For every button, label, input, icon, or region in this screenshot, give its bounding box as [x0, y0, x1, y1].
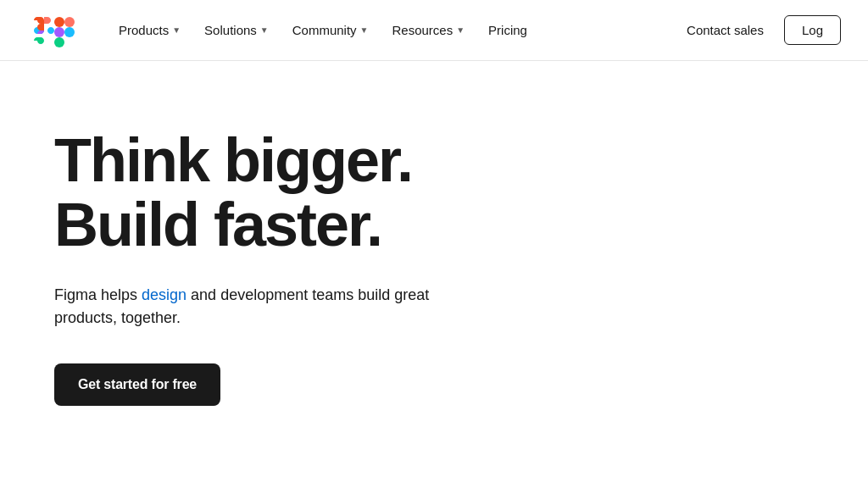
svg-rect-2 — [54, 27, 64, 37]
hero-section: Think bigger. Build faster. Figma helps … — [0, 61, 542, 406]
get-started-button[interactable]: Get started for free — [54, 363, 220, 406]
figma-logo-svg[interactable] — [47, 14, 81, 47]
nav-item-pricing[interactable]: Pricing — [478, 16, 537, 44]
hero-subheadline: Figma helps design and development teams… — [54, 284, 461, 330]
nav-right: Contact sales Log — [673, 15, 841, 45]
nav-item-community[interactable]: Community ▼ — [282, 16, 379, 44]
navbar: Products ▼ Solutions ▼ Community ▼ Resou… — [0, 0, 868, 61]
svg-rect-4 — [54, 37, 64, 47]
svg-rect-0 — [54, 17, 64, 27]
login-button[interactable]: Log — [784, 15, 841, 45]
chevron-down-icon: ▼ — [456, 25, 465, 35]
chevron-down-icon: ▼ — [260, 25, 269, 35]
nav-item-solutions[interactable]: Solutions ▼ — [194, 16, 279, 44]
nav-item-products[interactable]: Products ▼ — [108, 16, 191, 44]
contact-sales-link[interactable]: Contact sales — [673, 16, 777, 44]
nav-links: Products ▼ Solutions ▼ Community ▼ Resou… — [108, 16, 673, 44]
svg-rect-1 — [64, 17, 75, 27]
chevron-down-icon: ▼ — [360, 25, 369, 35]
chevron-down-icon: ▼ — [172, 25, 181, 35]
svg-rect-3 — [64, 27, 75, 37]
hero-headline: Think bigger. Build faster. — [54, 129, 515, 257]
nav-item-resources[interactable]: Resources ▼ — [382, 16, 476, 44]
